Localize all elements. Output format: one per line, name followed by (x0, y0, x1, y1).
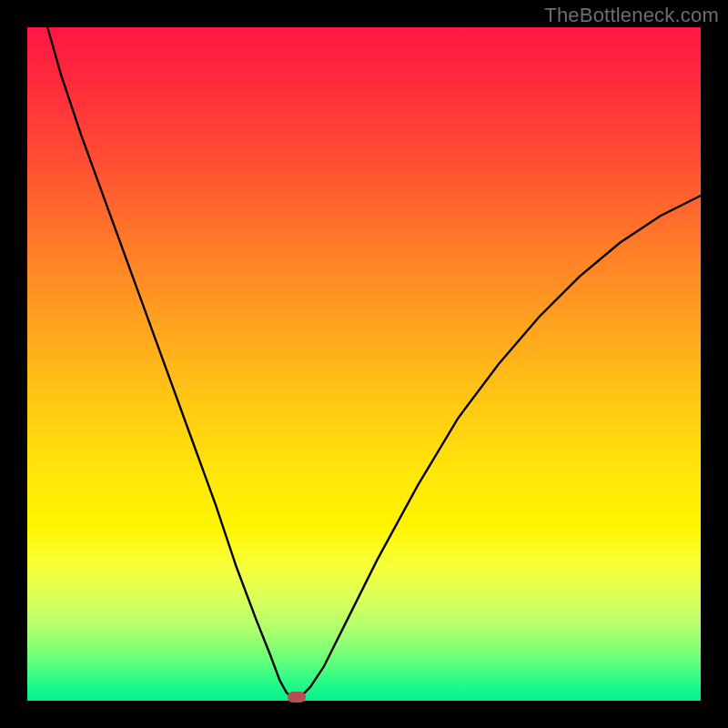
minimum-marker (288, 692, 306, 703)
curve-svg (27, 27, 701, 701)
chart-frame: TheBottleneck.com (0, 0, 728, 728)
plot-area (27, 27, 701, 701)
watermark-text: TheBottleneck.com (544, 4, 719, 27)
bottleneck-curve-path (47, 27, 701, 697)
